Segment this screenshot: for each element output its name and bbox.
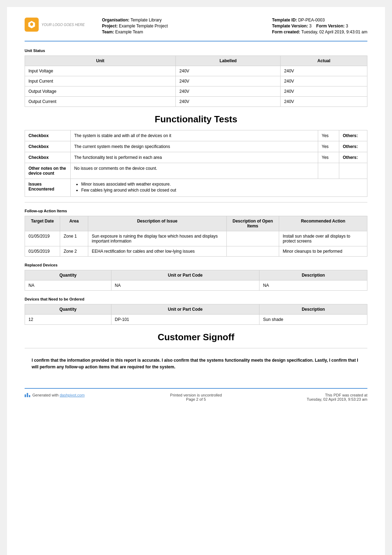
table-row: 01/05/2019Zone 1Sun exposure is ruining … <box>25 231 367 246</box>
actual-cell: 240V <box>281 97 367 107</box>
unit-col-header: Unit <box>25 56 176 66</box>
replaced-cell: NA <box>111 280 259 291</box>
followup-cell: Install sun shade over all displays to p… <box>279 231 367 246</box>
replaced-cell: NA <box>259 280 367 291</box>
unit-status-table: Unit Labelled Actual Input Voltage240V24… <box>25 56 367 107</box>
unit-cell: Input Current <box>25 76 176 86</box>
page: YOUR LOGO GOES HERE Organisation: Templa… <box>7 7 385 555</box>
followup-col-header: Target Date <box>25 216 60 231</box>
func-value: Yes <box>318 141 339 152</box>
header: YOUR LOGO GOES HERE Organisation: Templa… <box>25 18 367 41</box>
func-label: Checkbox <box>25 152 71 163</box>
devices-ordered-title: Devices that Need to be Ordered <box>25 297 367 301</box>
followup-cell: EEHA rectification for cables and other … <box>88 246 227 257</box>
footer-page: Page 2 of 5 <box>139 397 253 401</box>
template-version-value: 3 <box>309 24 312 28</box>
followup-col-header: Description of Issue <box>88 216 227 231</box>
logo-icon <box>25 18 39 32</box>
followup-cell <box>226 231 279 246</box>
unit-cell: Output Current <box>25 97 176 107</box>
footer-link[interactable]: dashpivot.com <box>60 393 85 397</box>
unit-cell: Output Voltage <box>25 86 176 97</box>
labelled-cell: 240V <box>176 66 281 76</box>
func-others: Others: <box>339 141 367 152</box>
labelled-cell: 240V <box>176 97 281 107</box>
list-item: Few cables lying around which could be c… <box>81 188 364 193</box>
team-line: Team: Example Team <box>102 30 272 34</box>
replaced-col-header: Description <box>259 270 367 280</box>
table-row: Input Current240V240V <box>25 76 367 86</box>
issues-label: Issues Encountered <box>25 179 71 197</box>
followup-title: Follow-up Action Items <box>25 209 367 213</box>
table-row: 12DP-101Sun shade <box>25 315 367 325</box>
footer-logo: Generated with dashpivot.com <box>25 393 139 397</box>
form-created-line: Form created: Tuesday, 02 April 2019, 9:… <box>272 30 367 34</box>
func-test-row: CheckboxThe functionality test is perfor… <box>25 152 367 163</box>
form-version-value: 3 <box>346 24 348 28</box>
footer-pdf-date: Tuesday, 02 April 2019, 9:53:23 am <box>253 397 367 401</box>
table-row: Output Current240V240V <box>25 97 367 107</box>
divider-signoff <box>25 348 367 348</box>
issues-row: Issues EncounteredMinor issues associate… <box>25 179 367 197</box>
func-description: The current system meets the design spec… <box>71 141 318 152</box>
func-value <box>318 163 339 179</box>
func-description: The system is stable and with all of the… <box>71 130 318 141</box>
ordered-col-header: Quantity <box>25 304 111 315</box>
followup-col-header: Area <box>60 216 88 231</box>
header-info: Organisation: Template Library Project: … <box>95 18 272 36</box>
replaced-col-header: Unit or Part Code <box>111 270 259 280</box>
project-line: Project: Example Template Project <box>102 24 272 28</box>
actual-cell: 240V <box>281 66 367 76</box>
functionality-tests-heading: Functionality Tests <box>25 114 367 125</box>
issues-content: Minor issues associated with weather exp… <box>71 179 367 197</box>
replaced-devices-title: Replaced Devices <box>25 263 367 267</box>
ordered-col-header: Unit or Part Code <box>111 304 259 315</box>
replaced-col-header: Quantity <box>25 270 111 280</box>
followup-cell: 01/05/2019 <box>25 231 60 246</box>
func-others <box>339 163 367 179</box>
header-right: Template ID: DP-PEA-0003 Template Versio… <box>272 18 367 36</box>
func-label: Checkbox <box>25 130 71 141</box>
form-created-value: Tuesday, 02 April 2019, 9:43:01 am <box>301 30 367 34</box>
replaced-devices-table: QuantityUnit or Part CodeDescription NAN… <box>25 270 367 291</box>
followup-cell: Sun exposure is ruining the display face… <box>88 231 227 246</box>
footer-right: This PDF was created at Tuesday, 02 Apri… <box>253 393 367 401</box>
func-test-row: Other notes on the device countNo issues… <box>25 163 367 179</box>
ordered-cell: Sun shade <box>259 315 367 325</box>
customer-signoff-heading: Customer Signoff <box>25 332 367 343</box>
footer-left: Generated with dashpivot.com <box>25 393 139 401</box>
func-label: Checkbox <box>25 141 71 152</box>
func-others: Others: <box>339 130 367 141</box>
footer-center: Printed version is uncontrolled Page 2 o… <box>139 393 253 401</box>
signoff-text: I confirm that the information provided … <box>25 354 367 374</box>
table-row: Input Voltage240V240V <box>25 66 367 76</box>
template-id-value: DP-PEA-0003 <box>298 18 324 22</box>
replaced-cell: NA <box>25 280 111 291</box>
func-others: Others: <box>339 152 367 163</box>
logo-area: YOUR LOGO GOES HERE <box>25 18 95 32</box>
org-line: Organisation: Template Library <box>102 18 272 22</box>
footer-uncontrolled: Printed version is uncontrolled <box>139 393 253 397</box>
unit-cell: Input Voltage <box>25 66 176 76</box>
func-label: Other notes on the device count <box>25 163 71 179</box>
func-value: Yes <box>318 152 339 163</box>
unit-status-title: Unit Status <box>25 49 367 53</box>
func-test-row: CheckboxThe current system meets the des… <box>25 141 367 152</box>
func-description: No issues or comments on the device coun… <box>71 163 318 179</box>
func-description: The functionality test is performed in e… <box>71 152 318 163</box>
followup-table: Target DateAreaDescription of IssueDescr… <box>25 216 367 257</box>
table-row: NANANA <box>25 280 367 291</box>
template-id-line: Template ID: DP-PEA-0003 <box>272 18 367 22</box>
logo-text: YOUR LOGO GOES HERE <box>41 23 85 27</box>
table-row: Output Voltage240V240V <box>25 86 367 97</box>
followup-cell: 01/05/2019 <box>25 246 60 257</box>
actual-cell: 240V <box>281 76 367 86</box>
project-value: Example Template Project <box>119 24 168 28</box>
actual-cell: 240V <box>281 86 367 97</box>
version-line: Template Version: 3 Form Version: 3 <box>272 24 367 28</box>
followup-col-header: Recommended Action <box>279 216 367 231</box>
ordered-cell: 12 <box>25 315 111 325</box>
labelled-cell: 240V <box>176 76 281 86</box>
actual-col-header: Actual <box>281 56 367 66</box>
labelled-col-header: Labelled <box>176 56 281 66</box>
